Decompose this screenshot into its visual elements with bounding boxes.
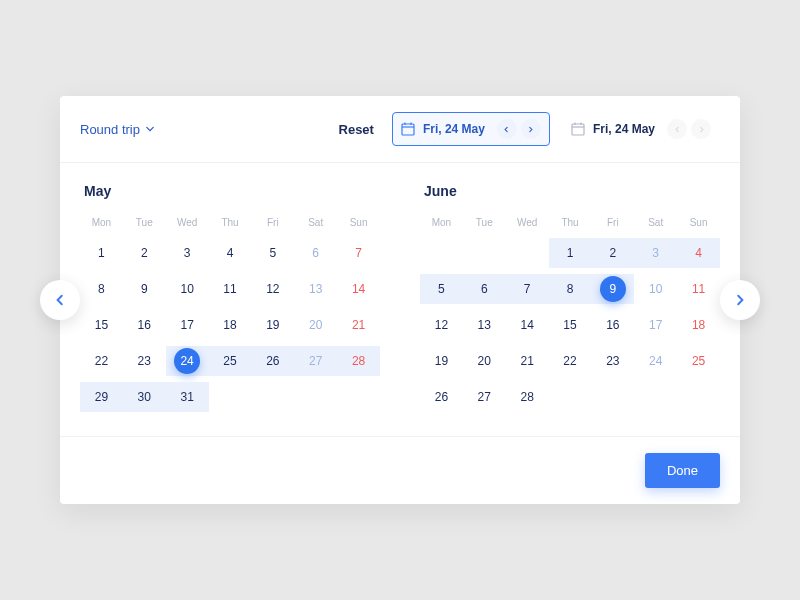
day-cell[interactable]: 23 <box>591 346 634 376</box>
day-cell[interactable]: 27 <box>463 382 506 412</box>
dow-label: Thu <box>549 217 592 228</box>
day-cell[interactable]: 30 <box>123 382 166 412</box>
day-cell[interactable]: 11 <box>677 274 720 304</box>
day-cell[interactable]: 23 <box>123 346 166 376</box>
day-cell[interactable]: 2 <box>123 238 166 268</box>
depart-date-box[interactable]: Fri, 24 May <box>392 112 550 146</box>
day-cell[interactable]: 17 <box>166 310 209 340</box>
dow-label: Thu <box>209 217 252 228</box>
prev-month-button[interactable] <box>40 280 80 320</box>
day-cell[interactable]: 27 <box>294 346 337 376</box>
day-cell[interactable]: 3 <box>166 238 209 268</box>
day-cell[interactable]: 31 <box>166 382 209 412</box>
day-cell[interactable]: 13 <box>294 274 337 304</box>
day-cell[interactable]: 22 <box>80 346 123 376</box>
day-cell[interactable]: 8 <box>549 274 592 304</box>
day-cell-empty <box>463 238 506 268</box>
day-cell[interactable]: 5 <box>251 238 294 268</box>
grid-right: 1234567891011121314151617181920212223242… <box>420 238 720 412</box>
day-cell[interactable]: 18 <box>209 310 252 340</box>
depart-date-text: Fri, 24 May <box>423 122 485 136</box>
day-cell[interactable]: 4 <box>209 238 252 268</box>
trip-type-dropdown[interactable]: Round trip <box>80 122 154 137</box>
day-cell[interactable]: 1 <box>80 238 123 268</box>
day-cell[interactable]: 8 <box>80 274 123 304</box>
day-cell[interactable]: 20 <box>463 346 506 376</box>
day-cell[interactable]: 16 <box>123 310 166 340</box>
svg-rect-4 <box>572 124 584 135</box>
day-cell[interactable]: 7 <box>337 238 380 268</box>
day-cell[interactable]: 13 <box>463 310 506 340</box>
day-cell[interactable]: 1 <box>549 238 592 268</box>
day-cell[interactable]: 24 <box>634 346 677 376</box>
day-cell-empty <box>506 238 549 268</box>
calendar-icon <box>571 122 585 136</box>
dow-label: Sun <box>337 217 380 228</box>
reset-button[interactable]: Reset <box>339 122 374 137</box>
header: Round trip Reset Fri, 24 May Fri, 24 May <box>60 96 740 162</box>
day-cell[interactable]: 18 <box>677 310 720 340</box>
day-cell[interactable]: 17 <box>634 310 677 340</box>
selected-day-bubble: 9 <box>600 276 626 302</box>
depart-prev-button[interactable] <box>497 119 517 139</box>
dow-label: Mon <box>420 217 463 228</box>
day-cell[interactable]: 9 <box>591 274 634 304</box>
day-cell[interactable]: 7 <box>506 274 549 304</box>
day-cell[interactable]: 5 <box>420 274 463 304</box>
day-cell[interactable]: 26 <box>420 382 463 412</box>
day-cell[interactable]: 14 <box>337 274 380 304</box>
day-cell[interactable]: 25 <box>209 346 252 376</box>
day-cell[interactable]: 25 <box>677 346 720 376</box>
day-cell[interactable]: 9 <box>123 274 166 304</box>
trip-type-label: Round trip <box>80 122 140 137</box>
day-cell[interactable]: 10 <box>634 274 677 304</box>
day-cell[interactable]: 14 <box>506 310 549 340</box>
day-cell[interactable]: 21 <box>337 310 380 340</box>
day-cell[interactable]: 19 <box>420 346 463 376</box>
day-cell[interactable]: 22 <box>549 346 592 376</box>
dow-label: Sat <box>634 217 677 228</box>
dow-row-right: MonTueWedThuFriSatSun <box>420 217 720 228</box>
day-cell[interactable]: 4 <box>677 238 720 268</box>
day-cell[interactable]: 10 <box>166 274 209 304</box>
months-container: May MonTueWedThuFriSatSun 12345678910111… <box>60 163 740 436</box>
day-cell[interactable]: 21 <box>506 346 549 376</box>
day-cell[interactable]: 28 <box>506 382 549 412</box>
return-next-button <box>691 119 711 139</box>
day-cell[interactable]: 2 <box>591 238 634 268</box>
day-cell[interactable]: 24 <box>166 346 209 376</box>
selected-day-bubble: 24 <box>174 348 200 374</box>
day-cell[interactable]: 12 <box>420 310 463 340</box>
dow-label: Wed <box>506 217 549 228</box>
depart-nav-pair <box>497 119 541 139</box>
month-left-title: May <box>84 183 380 199</box>
date-picker-card: Round trip Reset Fri, 24 May Fri, 24 May… <box>60 96 740 504</box>
month-left: May MonTueWedThuFriSatSun 12345678910111… <box>80 183 380 412</box>
day-cell[interactable]: 15 <box>80 310 123 340</box>
day-cell[interactable]: 20 <box>294 310 337 340</box>
depart-next-button[interactable] <box>521 119 541 139</box>
return-prev-button <box>667 119 687 139</box>
day-cell[interactable]: 6 <box>463 274 506 304</box>
calendar-icon <box>401 122 415 136</box>
done-button[interactable]: Done <box>645 453 720 488</box>
dow-label: Sun <box>677 217 720 228</box>
day-cell[interactable]: 3 <box>634 238 677 268</box>
day-cell[interactable]: 12 <box>251 274 294 304</box>
month-right: June MonTueWedThuFriSatSun 1234567891011… <box>420 183 720 412</box>
day-cell[interactable]: 15 <box>549 310 592 340</box>
day-cell[interactable]: 28 <box>337 346 380 376</box>
day-cell[interactable]: 29 <box>80 382 123 412</box>
dow-label: Tue <box>123 217 166 228</box>
day-cell[interactable]: 11 <box>209 274 252 304</box>
day-cell[interactable]: 26 <box>251 346 294 376</box>
footer: Done <box>60 437 740 504</box>
day-cell[interactable]: 19 <box>251 310 294 340</box>
day-cell[interactable]: 16 <box>591 310 634 340</box>
day-cell[interactable]: 6 <box>294 238 337 268</box>
next-month-button[interactable] <box>720 280 760 320</box>
chevron-left-icon <box>54 294 66 306</box>
dow-label: Fri <box>591 217 634 228</box>
grid-left: 1234567891011121314151617181920212223242… <box>80 238 380 412</box>
return-date-box[interactable]: Fri, 24 May <box>562 112 720 146</box>
